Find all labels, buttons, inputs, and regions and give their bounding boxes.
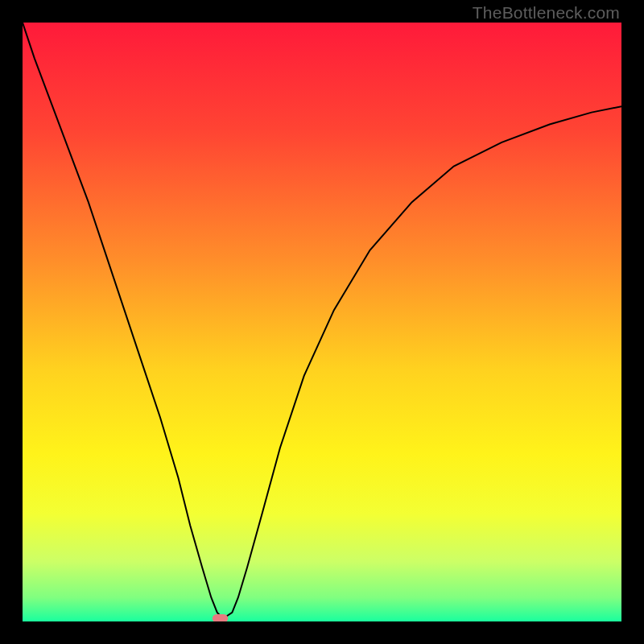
chart-frame: TheBottleneck.com <box>0 0 644 644</box>
plot-area <box>23 23 621 621</box>
curve-layer <box>23 23 621 621</box>
bottleneck-curve <box>23 23 621 618</box>
watermark-text: TheBottleneck.com <box>473 3 620 23</box>
optimum-marker <box>213 614 228 621</box>
